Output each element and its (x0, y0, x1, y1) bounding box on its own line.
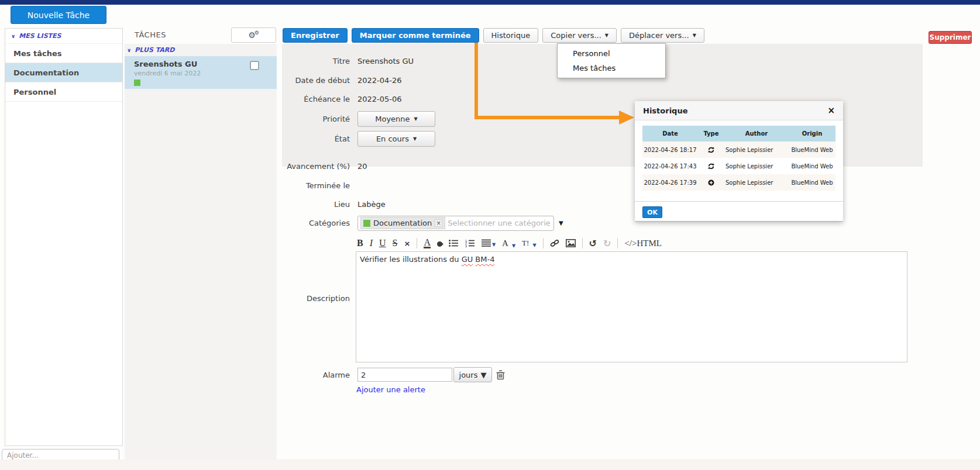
history-origin: BlueMind Web (789, 163, 835, 170)
priority-select[interactable]: Moyenne ▼ (357, 111, 435, 127)
category-color-square (134, 80, 140, 86)
annotation-arrow (474, 43, 478, 119)
status-label: État (282, 134, 350, 143)
ok-button[interactable]: OK (642, 206, 662, 218)
move-to-button[interactable]: Déplacer vers... ▼ (621, 28, 704, 43)
history-author: Sophie Lepissier (724, 147, 789, 153)
caret-down-icon: ▼ (693, 33, 696, 38)
sidebar-item-documentation[interactable]: Documentation (5, 63, 122, 82)
delete-alarm-icon[interactable] (496, 370, 505, 380)
caret-down-icon: ▼ (413, 136, 417, 141)
bold-icon[interactable]: B (357, 238, 363, 248)
italic-icon[interactable]: I (370, 238, 373, 248)
alarm-label: Alarme (282, 371, 350, 379)
alarm-unit-value: jours (459, 371, 478, 379)
description-misspelled-word: BM-4 (475, 255, 494, 264)
col-date: Date (642, 130, 698, 137)
due-date-label: Échéance le (282, 95, 350, 103)
category-color-square (363, 220, 370, 227)
sidebar-item-personnel[interactable]: Personnel (5, 82, 122, 102)
tasks-app: Nouvelle Tâche ∨ MES LISTES Mes tâches D… (0, 0, 980, 470)
menu-item-mes-taches[interactable]: Mes tâches (558, 61, 665, 75)
title-field-label: Titre (282, 57, 350, 65)
location-label: Lieu (282, 200, 350, 209)
refresh-icon (698, 163, 724, 170)
detail-toolbar: Enregistrer Marquer comme terminée Histo… (283, 28, 704, 43)
gear-icon: ⚙ (255, 30, 259, 36)
task-list-panel (125, 44, 277, 459)
description-editor[interactable]: Vérifier les illustrations du GUBM-4 (356, 251, 907, 362)
toolbar-divider (543, 238, 544, 248)
editor-toolbar: B I U S × A 123 ▼ A ▼ T! ▼ (357, 236, 662, 251)
history-dialog-header: Historique × (635, 101, 843, 120)
chevron-down-icon: ∨ (127, 47, 131, 53)
list-settings-button[interactable]: ⚙ ⚙ (231, 27, 276, 43)
progress-label: Avancement (%) (282, 162, 350, 171)
col-origin: Origin (789, 130, 835, 137)
ordered-list-icon[interactable]: 123 (465, 239, 475, 247)
delete-button[interactable]: Supprimer (929, 31, 972, 44)
task-done-checkbox[interactable] (250, 61, 259, 70)
start-date-label: Date de début (282, 76, 350, 85)
highlight-color-icon[interactable] (436, 240, 443, 248)
history-button[interactable]: Historique (483, 28, 539, 43)
sidebar-item-mes-taches[interactable]: Mes tâches (5, 44, 122, 63)
copy-to-button[interactable]: Copier vers... ▼ (542, 28, 617, 43)
history-row: 2022-04-26 17:39 Sophie Lepissier BlueMi… (642, 174, 835, 191)
mark-done-button[interactable]: Marquer comme terminée (352, 28, 479, 43)
start-date-value[interactable]: 2022-04-26 (357, 76, 402, 85)
task-list-item[interactable]: Sreenshots GU vendredi 6 mai 2022 (125, 56, 277, 89)
font-family-glyph: A (502, 239, 508, 248)
caret-down-icon: ▼ (414, 116, 418, 122)
my-lists-section-header[interactable]: ∨ MES LISTES (5, 29, 122, 44)
alarm-unit-select[interactable]: jours ▼ (453, 367, 492, 382)
svg-text:3: 3 (465, 244, 467, 248)
progress-value[interactable]: 20 (357, 162, 367, 171)
remove-category-icon[interactable]: × (435, 219, 442, 227)
font-color-icon[interactable]: A (424, 239, 431, 248)
refresh-icon (698, 147, 724, 153)
alarm-value-input[interactable] (357, 368, 452, 382)
image-icon[interactable] (566, 239, 576, 247)
history-date: 2022-04-26 18:17 (642, 147, 698, 153)
link-icon[interactable] (550, 239, 559, 247)
history-date: 2022-04-26 17:39 (642, 179, 698, 186)
history-table: Date Type Author Origin 2022-04-26 18:17… (642, 126, 835, 191)
history-table-header: Date Type Author Origin (642, 126, 835, 141)
categories-input[interactable]: Documentation × Selectionner une catégor… (357, 216, 554, 231)
col-author: Author (724, 130, 789, 137)
close-icon[interactable]: × (827, 106, 835, 115)
clear-format-icon[interactable]: × (404, 239, 410, 248)
unordered-list-icon[interactable] (449, 239, 459, 247)
undo-icon[interactable]: ↺ (589, 238, 597, 249)
underline-icon[interactable]: U (379, 238, 386, 248)
annotation-arrow (474, 116, 620, 119)
add-alert-link[interactable]: Ajouter une alerte (356, 385, 425, 394)
strikethrough-icon[interactable]: S (393, 238, 398, 248)
font-family-icon[interactable]: A ▼ (502, 239, 515, 248)
description-label: Description (282, 294, 350, 303)
description-text: Vérifier les illustrations du (360, 255, 462, 264)
align-icon[interactable]: ▼ (482, 239, 496, 247)
menu-item-personnel[interactable]: Personnel (558, 46, 665, 61)
chevron-down-icon: ∨ (11, 33, 15, 39)
move-to-dropdown-menu: Personnel Mes tâches (557, 43, 666, 78)
caret-down-icon: ▼ (480, 371, 486, 379)
due-date-value[interactable]: 2022-05-06 (357, 95, 402, 103)
font-size-icon[interactable]: T! ▼ (522, 239, 536, 248)
task-list-title: TÂCHES (135, 30, 166, 39)
location-value[interactable]: Labège (357, 200, 386, 209)
html-source-button[interactable]: </>HTML (624, 239, 662, 248)
history-dialog: Historique × Date Type Author Origin 202… (635, 101, 843, 222)
status-select[interactable]: En cours ▼ (357, 131, 435, 147)
my-lists-section-label: MES LISTES (19, 32, 61, 40)
category-chip: Documentation × (360, 217, 445, 229)
caret-down-icon: ▼ (532, 243, 536, 248)
copy-to-label: Copier vers... (551, 31, 601, 40)
categories-caret-icon[interactable]: ▼ (559, 220, 563, 226)
group-later-header[interactable]: ∨ PLUS TARD (127, 46, 174, 54)
move-to-label: Déplacer vers... (629, 31, 689, 40)
new-task-button[interactable]: Nouvelle Tâche (11, 6, 106, 24)
save-button[interactable]: Enregistrer (283, 28, 348, 43)
title-field-value[interactable]: Sreenshots GU (357, 57, 414, 65)
